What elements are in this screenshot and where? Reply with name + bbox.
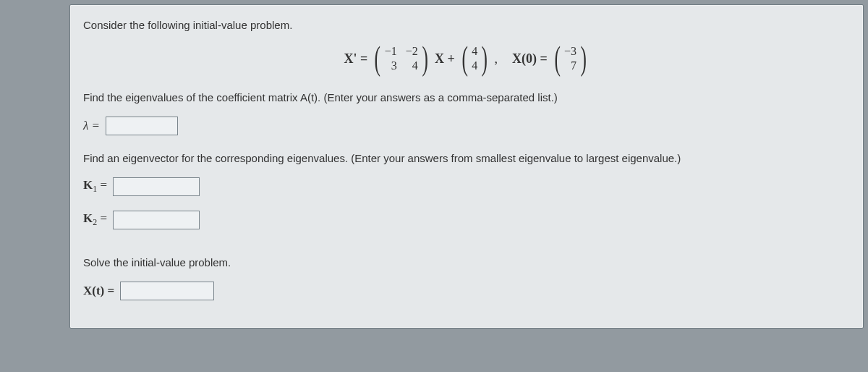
xt-input[interactable] <box>120 282 214 300</box>
xt-row: X(t) = <box>83 282 850 300</box>
k1-label: K1 = <box>83 178 107 195</box>
ic-label: X(0) = <box>512 51 548 67</box>
question-panel: Consider the following initial-value pro… <box>69 4 864 329</box>
eq-mid1: X + <box>435 51 455 67</box>
k2-input[interactable] <box>113 211 200 229</box>
A-r1c2: −2 <box>406 45 418 58</box>
lambda-row: λ = <box>83 117 850 135</box>
A-r1c1: −1 <box>385 45 397 58</box>
matrix-A: ( −1 −2 3 4 ) <box>372 44 430 73</box>
eq-comma: , <box>494 51 498 67</box>
X0-r2: 7 <box>571 59 576 72</box>
lambda-label: λ = <box>83 119 100 133</box>
F-r2: 4 <box>472 59 477 72</box>
k2-row: K2 = <box>83 211 850 229</box>
A-r2c2: 4 <box>412 59 418 72</box>
question-eigenvectors: Find an eigenvector for the correspondin… <box>83 150 850 167</box>
lambda-input[interactable] <box>106 117 178 135</box>
k2-label: K2 = <box>83 211 107 228</box>
question-solve: Solve the initial-value problem. <box>83 254 850 271</box>
k1-input[interactable] <box>113 177 200 196</box>
question-eigenvalues: Find the eigenvalues of the coefficient … <box>83 89 850 106</box>
vector-F: ( 4 4 ) <box>459 44 490 73</box>
intro-text: Consider the following initial-value pro… <box>83 17 850 34</box>
equation-display: X' = ( −1 −2 3 4 ) X + ( 4 4 ) , <box>83 44 850 73</box>
A-r2c1: 3 <box>391 59 397 72</box>
eq-lhs: X' = <box>344 51 368 67</box>
xt-label: X(t) = <box>83 284 114 298</box>
X0-r1: −3 <box>564 45 576 58</box>
k1-row: K1 = <box>83 177 850 196</box>
vector-X0: ( −3 7 ) <box>552 44 590 73</box>
F-r1: 4 <box>472 45 477 58</box>
